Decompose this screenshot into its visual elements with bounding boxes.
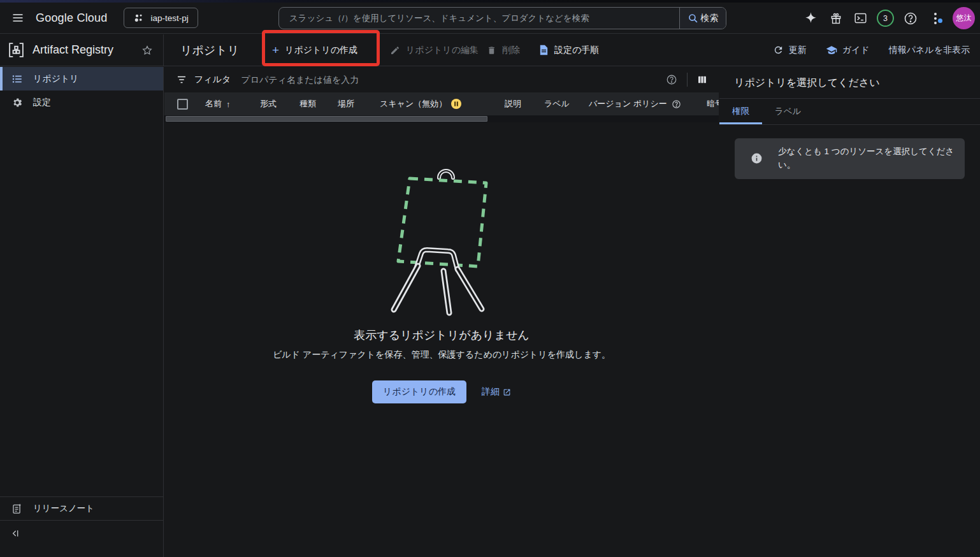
column-header-location[interactable]: 場所 — [333, 98, 375, 110]
collapse-icon — [10, 528, 20, 539]
hide-info-panel-button[interactable]: 情報パネルを非表示 — [889, 45, 970, 56]
plus-icon: + — [272, 44, 279, 56]
search-input[interactable] — [279, 8, 679, 29]
sidebar-item-label: リポジトリ — [33, 73, 79, 85]
easel-illustration — [387, 163, 496, 319]
column-header-encryption[interactable]: 暗号化 — [702, 98, 719, 110]
sidebar-item-label: 設定 — [33, 97, 51, 108]
search-button[interactable]: 検索 — [679, 8, 726, 29]
hamburger-icon — [11, 11, 24, 24]
column-header-labels[interactable]: ラベル — [539, 98, 584, 110]
favorite-star-icon[interactable] — [141, 45, 153, 56]
project-icon — [133, 13, 144, 24]
help-icon — [904, 11, 918, 25]
external-link-icon — [503, 388, 511, 396]
page-title: リポジトリ — [180, 34, 239, 66]
tab-permissions[interactable]: 権限 — [719, 99, 762, 124]
sidebar-item-repositories[interactable]: リポジトリ — [0, 67, 163, 90]
appbar-right-actions: 3 悠汰 — [798, 3, 975, 34]
gcp-console-page: Google Cloud iap-test-pj 検索 — [0, 0, 980, 557]
empty-state: 表示するリポジトリがありません ビルド アーティファクトを保存、管理、保護するた… — [164, 163, 719, 403]
filter-input[interactable] — [241, 75, 666, 85]
product-header: Artifact Registry — [0, 34, 164, 66]
scan-paused-icon — [451, 99, 461, 109]
empty-state-subtitle: ビルド アーティファクトを保存、管理、保護するためのリポジトリを作成します。 — [273, 348, 610, 361]
horizontal-scrollbar-thumb[interactable] — [166, 116, 487, 122]
google-cloud-logo[interactable]: Google Cloud — [36, 11, 107, 25]
release-notes-label: リリースノート — [33, 503, 94, 514]
learn-more-link[interactable]: 詳細 — [482, 386, 511, 398]
app-bar: Google Cloud iap-test-pj 検索 — [0, 3, 980, 34]
page-toolbar: Artifact Registry リポジトリ + リポジトリの作成 リポジトリ… — [0, 34, 980, 66]
column-header-name[interactable]: 名前↑ — [200, 98, 255, 110]
global-search: 検索 — [278, 7, 726, 29]
edit-repository-button[interactable]: リポジトリの編集 — [390, 34, 479, 66]
more-vert-icon — [934, 13, 937, 24]
cloud-shell-icon — [854, 11, 867, 25]
filter-label: フィルタ — [194, 74, 231, 85]
cloud-shell-button[interactable] — [848, 11, 873, 25]
trash-icon — [487, 45, 496, 55]
sidebar: リポジトリ 設定 リリースノート — [0, 67, 164, 557]
column-header-description[interactable]: 説明 — [500, 98, 539, 110]
search-icon — [688, 13, 698, 24]
collapse-sidebar-button[interactable] — [0, 520, 163, 557]
filter-icon — [176, 74, 187, 85]
delete-button[interactable]: 削除 — [487, 34, 520, 66]
artifact-registry-icon — [8, 41, 25, 59]
user-avatar[interactable]: 悠汰 — [953, 7, 975, 29]
filter-help-icon[interactable] — [666, 74, 677, 85]
selection-notice-text: 少なくとも 1 つのリソースを選択してください。 — [778, 145, 955, 172]
product-name: Artifact Registry — [32, 43, 113, 57]
gift-icon — [830, 12, 842, 25]
update-dot — [938, 18, 942, 23]
info-panel: リポジトリを選択してください 権限 ラベル 少なくとも 1 つのリソースを選択し… — [719, 67, 980, 557]
selection-notice: 少なくとも 1 つのリソースを選択してください。 — [735, 138, 965, 179]
info-panel-title: リポジトリを選択してください — [719, 67, 980, 99]
repositories-list-icon — [11, 73, 23, 85]
empty-state-title: 表示するリポジトリがありません — [354, 328, 529, 343]
empty-state-actions: リポジトリの作成 詳細 — [372, 380, 511, 403]
column-header-version-policy[interactable]: バージョン ポリシー — [584, 98, 702, 110]
document-icon — [539, 45, 549, 55]
column-header-type[interactable]: 種類 — [294, 98, 333, 110]
release-notes-icon — [11, 503, 23, 514]
project-name: iap-test-pj — [150, 13, 188, 23]
more-options-button[interactable] — [923, 13, 948, 24]
pencil-icon — [390, 45, 400, 55]
notifications-button[interactable]: 3 — [873, 10, 898, 27]
filter-bar: フィルタ — [164, 67, 719, 92]
column-header-format[interactable]: 形式 — [255, 98, 294, 110]
project-picker-button[interactable]: iap-test-pj — [124, 8, 198, 28]
select-all-checkbox[interactable] — [177, 99, 188, 110]
help-button[interactable] — [898, 11, 923, 25]
version-policy-help-icon[interactable] — [672, 99, 681, 109]
create-repository-button[interactable]: + リポジトリの作成 — [272, 34, 357, 66]
info-icon — [751, 152, 763, 164]
divider — [687, 73, 688, 87]
table-header: 名前↑ 形式 種類 場所 スキャン（無効） 説明 ラベル バージョン ポリシー … — [164, 92, 719, 115]
release-notes-button[interactable]: リリースノート — [0, 496, 163, 520]
sidebar-item-settings[interactable]: 設定 — [0, 90, 163, 114]
sort-ascending-icon: ↑ — [226, 99, 231, 109]
gemini-sparkle-icon — [804, 11, 818, 25]
column-header-scan[interactable]: スキャン（無効） — [375, 98, 500, 110]
notification-count-badge: 3 — [877, 10, 894, 27]
setup-instructions-button[interactable]: 設定の手順 — [539, 34, 599, 66]
sidebar-spacer — [0, 114, 163, 496]
gemini-button[interactable] — [798, 11, 823, 25]
hamburger-menu-button[interactable] — [0, 11, 36, 24]
create-repository-primary-button[interactable]: リポジトリの作成 — [372, 380, 466, 403]
guide-school-icon — [826, 45, 837, 56]
select-all-cell — [164, 99, 200, 110]
guide-button[interactable]: ガイド — [826, 45, 870, 56]
refresh-button[interactable]: 更新 — [773, 45, 807, 56]
free-trial-button[interactable] — [823, 12, 848, 25]
gear-icon — [11, 97, 23, 108]
horizontal-scrollbar — [164, 115, 719, 122]
column-display-icon[interactable] — [697, 75, 707, 85]
repository-list-area: フィルタ 名前↑ 形式 種類 場所 スキャン（無効） — [164, 67, 719, 557]
search-button-label: 検索 — [701, 13, 719, 24]
tab-labels[interactable]: ラベル — [762, 99, 814, 124]
refresh-icon — [773, 45, 784, 55]
